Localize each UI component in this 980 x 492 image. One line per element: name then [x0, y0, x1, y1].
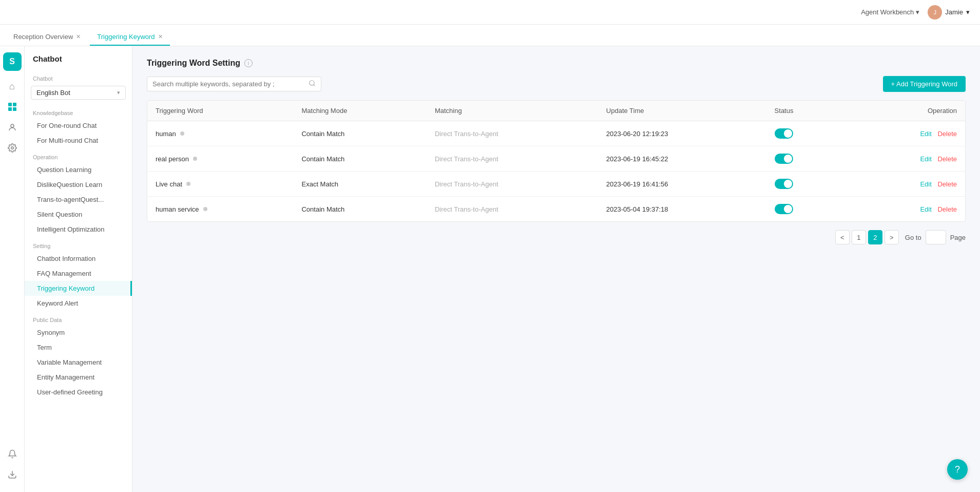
matching-mode-real-person: Contain Match [293, 146, 426, 172]
agent-workbench-dropdown[interactable]: Agent Workbench ▾ [861, 8, 919, 16]
nav-silent-question[interactable]: Silent Question [25, 207, 132, 222]
nav-dislike-question[interactable]: DislikeQuestion Learn [25, 177, 132, 192]
chatbot-section-label: Chatbot [25, 69, 132, 84]
nav-for-one-round[interactable]: For One-round Chat [25, 118, 132, 133]
edit-human-service-button[interactable]: Edit [920, 205, 931, 213]
col-triggering-word: Triggering Word [147, 101, 293, 121]
search-icon [309, 80, 316, 88]
page-label: Page [950, 234, 966, 241]
toggle-human[interactable] [775, 128, 793, 139]
nav-entity-management[interactable]: Entity Management [25, 370, 132, 385]
svg-point-5 [11, 147, 13, 149]
operation-live-chat: Edit Delete [842, 172, 965, 197]
public-data-section: Public Data [25, 311, 132, 325]
next-page-button[interactable]: > [885, 230, 899, 244]
user-chevron: ▾ [966, 8, 970, 16]
chatbot-selector[interactable]: English Bot ▾ [31, 86, 126, 100]
col-matching-mode: Matching Mode [293, 101, 426, 121]
toggle-live-chat[interactable] [775, 179, 793, 189]
tab-label: Reception Overview [13, 33, 73, 41]
chatbot-selector-arrow: ▾ [117, 89, 120, 96]
matching-mode-human-service: Contain Match [293, 197, 426, 222]
update-time-human-service: 2023-05-04 19:37:18 [598, 197, 766, 222]
page-2-button[interactable]: 2 [868, 230, 882, 244]
nav-synonym[interactable]: Synonym [25, 325, 132, 340]
prev-page-button[interactable]: < [835, 230, 850, 244]
home-nav-icon[interactable]: ⌂ [3, 77, 22, 96]
word-dot [180, 131, 184, 136]
word-dot [186, 182, 190, 186]
logo-icon: S [3, 52, 22, 71]
help-button[interactable]: ? [947, 459, 968, 480]
matching-human-service: Direct Trans-to-Agent [427, 197, 598, 222]
search-box [147, 77, 321, 91]
avatar: J [928, 5, 942, 20]
word-real-person: real person [147, 146, 293, 172]
page-1-button[interactable]: 1 [852, 230, 866, 244]
edit-human-button[interactable]: Edit [920, 130, 931, 138]
matching-real-person: Direct Trans-to-Agent [427, 146, 598, 172]
left-nav: Chatbot Chatbot English Bot ▾ Knowledgeb… [25, 46, 132, 492]
goto-input[interactable] [926, 230, 946, 244]
toggle-real-person[interactable] [775, 154, 793, 164]
word-dot [203, 207, 207, 211]
tab-close-reception[interactable]: ✕ [76, 33, 81, 40]
nav-for-multi-round[interactable]: For Multi-round Chat [25, 133, 132, 148]
grid-nav-icon[interactable] [3, 98, 22, 116]
nav-trans-to-agent[interactable]: Trans-to-agentQuest... [25, 192, 132, 207]
matching-live-chat: Direct Trans-to-Agent [427, 172, 598, 197]
table-row: Live chat Exact Match Direct Trans-to-Ag… [147, 172, 965, 197]
main-layout: S ⌂ [0, 46, 980, 492]
svg-line-8 [314, 85, 315, 86]
word-live-chat: Live chat [147, 172, 293, 197]
status-human-service [766, 197, 842, 222]
search-input[interactable] [152, 80, 305, 88]
word-dot [193, 157, 197, 161]
setting-section: Setting [25, 237, 132, 251]
nav-intelligent-opt[interactable]: Intelligent Optimization [25, 222, 132, 237]
info-icon[interactable]: i [244, 59, 253, 67]
edit-real-person-button[interactable]: Edit [920, 155, 931, 163]
operation-section: Operation [25, 148, 132, 162]
table-row: human service Contain Match Direct Trans… [147, 197, 965, 222]
triggering-word-table: Triggering Word Matching Mode Matching U… [147, 101, 965, 221]
nav-term[interactable]: Term [25, 340, 132, 355]
table-row: human Contain Match Direct Trans-to-Agen… [147, 121, 965, 146]
nav-faq-management[interactable]: FAQ Management [25, 266, 132, 281]
toggle-human-service[interactable] [775, 204, 793, 214]
delete-human-button[interactable]: Delete [937, 130, 957, 138]
users-nav-icon[interactable] [3, 118, 22, 137]
page-header: Triggering Word Setting i [147, 59, 966, 68]
nav-keyword-alert[interactable]: Keyword Alert [25, 296, 132, 311]
agent-workbench-label: Agent Workbench [861, 8, 914, 16]
user-menu[interactable]: J Jamie ▾ [928, 5, 970, 20]
delete-human-service-button[interactable]: Delete [937, 205, 957, 213]
word-human: human [147, 121, 293, 146]
col-matching: Matching [427, 101, 598, 121]
tab-reception-overview[interactable]: Reception Overview ✕ [6, 29, 88, 46]
matching-human: Direct Trans-to-Agent [427, 121, 598, 146]
bell-icon[interactable] [3, 445, 22, 463]
operation-human: Edit Delete [842, 121, 965, 146]
status-live-chat [766, 172, 842, 197]
settings-nav-icon[interactable] [3, 139, 22, 157]
pagination: < 1 2 > Go to Page [147, 230, 966, 244]
edit-live-chat-button[interactable]: Edit [920, 180, 931, 188]
download-icon[interactable] [3, 465, 22, 484]
add-triggering-word-button[interactable]: + Add Triggering Word [883, 76, 966, 92]
tab-close-triggering[interactable]: ✕ [158, 33, 163, 40]
nav-variable-management[interactable]: Variable Management [25, 355, 132, 370]
table-container: Triggering Word Matching Mode Matching U… [147, 100, 966, 222]
update-time-live-chat: 2023-06-19 16:41:56 [598, 172, 766, 197]
nav-question-learning[interactable]: Question Learning [25, 162, 132, 177]
delete-live-chat-button[interactable]: Delete [937, 180, 957, 188]
tab-triggering-keyword[interactable]: Triggering Keyword ✕ [90, 29, 169, 46]
topbar: Agent Workbench ▾ J Jamie ▾ [0, 0, 980, 25]
delete-real-person-button[interactable]: Delete [937, 155, 957, 163]
nav-triggering-keyword[interactable]: Triggering Keyword [25, 281, 132, 296]
svg-rect-2 [8, 107, 12, 111]
nav-user-greeting[interactable]: User-defined Greeting [25, 385, 132, 400]
nav-chatbot-info[interactable]: Chatbot Information [25, 251, 132, 266]
left-nav-title: Chatbot [25, 54, 132, 69]
svg-point-7 [310, 81, 314, 85]
